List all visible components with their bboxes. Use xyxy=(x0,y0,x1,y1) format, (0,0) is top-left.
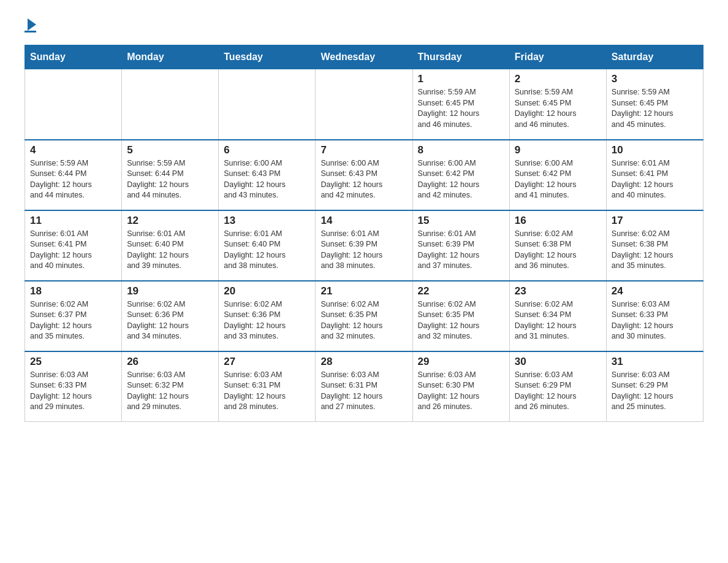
week-row-2: 4Sunrise: 5:59 AM Sunset: 6:44 PM Daylig… xyxy=(25,140,703,210)
day-cell: 10Sunrise: 6:01 AM Sunset: 6:41 PM Dayli… xyxy=(606,140,703,210)
day-info: Sunrise: 5:59 AM Sunset: 6:45 PM Dayligh… xyxy=(418,87,504,130)
day-cell: 20Sunrise: 6:02 AM Sunset: 6:36 PM Dayli… xyxy=(219,281,316,351)
day-info: Sunrise: 6:00 AM Sunset: 6:43 PM Dayligh… xyxy=(320,158,407,201)
day-number: 16 xyxy=(515,215,601,227)
day-cell: 12Sunrise: 6:01 AM Sunset: 6:40 PM Dayli… xyxy=(122,210,219,281)
column-header-monday: Monday xyxy=(122,45,219,69)
day-info: Sunrise: 5:59 AM Sunset: 6:45 PM Dayligh… xyxy=(515,87,601,130)
day-number: 10 xyxy=(612,144,698,156)
day-number: 9 xyxy=(515,144,601,156)
day-number: 23 xyxy=(515,285,601,297)
day-info: Sunrise: 6:01 AM Sunset: 6:41 PM Dayligh… xyxy=(612,158,698,201)
day-number: 28 xyxy=(320,356,407,368)
column-header-wednesday: Wednesday xyxy=(316,45,412,69)
day-cell: 30Sunrise: 6:03 AM Sunset: 6:29 PM Dayli… xyxy=(509,351,606,422)
day-cell: 18Sunrise: 6:02 AM Sunset: 6:37 PM Dayli… xyxy=(25,281,122,351)
day-cell: 5Sunrise: 5:59 AM Sunset: 6:44 PM Daylig… xyxy=(122,140,219,210)
logo-arrow-icon xyxy=(28,18,36,31)
day-cell: 27Sunrise: 6:03 AM Sunset: 6:31 PM Dayli… xyxy=(219,351,316,422)
day-info: Sunrise: 6:02 AM Sunset: 6:38 PM Dayligh… xyxy=(612,229,698,272)
day-cell: 9Sunrise: 6:00 AM Sunset: 6:42 PM Daylig… xyxy=(509,140,606,210)
day-cell: 21Sunrise: 6:02 AM Sunset: 6:35 PM Dayli… xyxy=(316,281,412,351)
column-header-thursday: Thursday xyxy=(412,45,509,69)
day-cell xyxy=(219,69,316,140)
day-info: Sunrise: 6:03 AM Sunset: 6:29 PM Dayligh… xyxy=(612,370,698,413)
day-cell: 6Sunrise: 6:00 AM Sunset: 6:43 PM Daylig… xyxy=(219,140,316,210)
day-cell: 31Sunrise: 6:03 AM Sunset: 6:29 PM Dayli… xyxy=(606,351,703,422)
day-number: 5 xyxy=(127,144,213,156)
day-cell: 19Sunrise: 6:02 AM Sunset: 6:36 PM Dayli… xyxy=(122,281,219,351)
day-cell: 8Sunrise: 6:00 AM Sunset: 6:42 PM Daylig… xyxy=(412,140,509,210)
day-number: 31 xyxy=(612,356,698,368)
week-row-1: 1Sunrise: 5:59 AM Sunset: 6:45 PM Daylig… xyxy=(25,69,703,140)
day-cell: 22Sunrise: 6:02 AM Sunset: 6:35 PM Dayli… xyxy=(412,281,509,351)
day-info: Sunrise: 6:03 AM Sunset: 6:31 PM Dayligh… xyxy=(320,370,407,413)
day-cell: 3Sunrise: 5:59 AM Sunset: 6:45 PM Daylig… xyxy=(606,69,703,140)
day-info: Sunrise: 6:02 AM Sunset: 6:35 PM Dayligh… xyxy=(320,299,407,342)
day-info: Sunrise: 6:03 AM Sunset: 6:31 PM Dayligh… xyxy=(224,370,310,413)
day-info: Sunrise: 6:03 AM Sunset: 6:33 PM Dayligh… xyxy=(30,370,116,413)
day-info: Sunrise: 6:01 AM Sunset: 6:41 PM Dayligh… xyxy=(30,229,116,272)
day-info: Sunrise: 5:59 AM Sunset: 6:45 PM Dayligh… xyxy=(612,87,698,130)
day-info: Sunrise: 5:59 AM Sunset: 6:44 PM Dayligh… xyxy=(30,158,116,201)
day-cell: 16Sunrise: 6:02 AM Sunset: 6:38 PM Dayli… xyxy=(509,210,606,281)
logo xyxy=(25,18,36,33)
day-number: 6 xyxy=(224,144,310,156)
day-info: Sunrise: 6:01 AM Sunset: 6:39 PM Dayligh… xyxy=(418,229,504,272)
day-number: 27 xyxy=(224,356,310,368)
week-row-5: 25Sunrise: 6:03 AM Sunset: 6:33 PM Dayli… xyxy=(25,351,703,422)
day-number: 8 xyxy=(418,144,504,156)
day-number: 20 xyxy=(224,285,310,297)
day-cell: 13Sunrise: 6:01 AM Sunset: 6:40 PM Dayli… xyxy=(219,210,316,281)
day-cell: 17Sunrise: 6:02 AM Sunset: 6:38 PM Dayli… xyxy=(606,210,703,281)
day-info: Sunrise: 6:00 AM Sunset: 6:43 PM Dayligh… xyxy=(224,158,310,201)
day-info: Sunrise: 6:01 AM Sunset: 6:39 PM Dayligh… xyxy=(320,229,407,272)
calendar-table: SundayMondayTuesdayWednesdayThursdayFrid… xyxy=(25,45,703,422)
day-number: 22 xyxy=(418,285,504,297)
day-number: 29 xyxy=(418,356,504,368)
day-info: Sunrise: 6:02 AM Sunset: 6:34 PM Dayligh… xyxy=(515,299,601,342)
column-header-saturday: Saturday xyxy=(606,45,703,69)
week-row-4: 18Sunrise: 6:02 AM Sunset: 6:37 PM Dayli… xyxy=(25,281,703,351)
day-cell: 15Sunrise: 6:01 AM Sunset: 6:39 PM Dayli… xyxy=(412,210,509,281)
day-number: 17 xyxy=(612,215,698,227)
day-info: Sunrise: 6:03 AM Sunset: 6:29 PM Dayligh… xyxy=(515,370,601,413)
column-header-friday: Friday xyxy=(509,45,606,69)
page-header xyxy=(25,18,703,33)
day-number: 1 xyxy=(418,73,504,85)
day-cell: 29Sunrise: 6:03 AM Sunset: 6:30 PM Dayli… xyxy=(412,351,509,422)
day-info: Sunrise: 6:01 AM Sunset: 6:40 PM Dayligh… xyxy=(127,229,213,272)
day-cell: 25Sunrise: 6:03 AM Sunset: 6:33 PM Dayli… xyxy=(25,351,122,422)
logo-line2 xyxy=(25,31,36,33)
day-info: Sunrise: 6:02 AM Sunset: 6:37 PM Dayligh… xyxy=(30,299,116,342)
day-number: 18 xyxy=(30,285,116,297)
column-header-tuesday: Tuesday xyxy=(219,45,316,69)
day-info: Sunrise: 6:02 AM Sunset: 6:36 PM Dayligh… xyxy=(224,299,310,342)
week-row-3: 11Sunrise: 6:01 AM Sunset: 6:41 PM Dayli… xyxy=(25,210,703,281)
day-cell: 14Sunrise: 6:01 AM Sunset: 6:39 PM Dayli… xyxy=(316,210,412,281)
day-cell: 26Sunrise: 6:03 AM Sunset: 6:32 PM Dayli… xyxy=(122,351,219,422)
day-number: 2 xyxy=(515,73,601,85)
day-info: Sunrise: 6:01 AM Sunset: 6:40 PM Dayligh… xyxy=(224,229,310,272)
day-cell: 24Sunrise: 6:03 AM Sunset: 6:33 PM Dayli… xyxy=(606,281,703,351)
day-cell: 11Sunrise: 6:01 AM Sunset: 6:41 PM Dayli… xyxy=(25,210,122,281)
day-cell: 23Sunrise: 6:02 AM Sunset: 6:34 PM Dayli… xyxy=(509,281,606,351)
day-number: 26 xyxy=(127,356,213,368)
day-number: 14 xyxy=(320,215,407,227)
day-cell xyxy=(122,69,219,140)
day-info: Sunrise: 5:59 AM Sunset: 6:44 PM Dayligh… xyxy=(127,158,213,201)
day-number: 21 xyxy=(320,285,407,297)
day-number: 25 xyxy=(30,356,116,368)
day-number: 24 xyxy=(612,285,698,297)
day-number: 30 xyxy=(515,356,601,368)
day-cell: 2Sunrise: 5:59 AM Sunset: 6:45 PM Daylig… xyxy=(509,69,606,140)
logo-line1 xyxy=(25,18,36,32)
day-info: Sunrise: 6:02 AM Sunset: 6:35 PM Dayligh… xyxy=(418,299,504,342)
day-number: 15 xyxy=(418,215,504,227)
day-number: 11 xyxy=(30,215,116,227)
day-number: 13 xyxy=(224,215,310,227)
day-cell xyxy=(316,69,412,140)
day-info: Sunrise: 6:02 AM Sunset: 6:36 PM Dayligh… xyxy=(127,299,213,342)
day-cell: 1Sunrise: 5:59 AM Sunset: 6:45 PM Daylig… xyxy=(412,69,509,140)
day-info: Sunrise: 6:03 AM Sunset: 6:32 PM Dayligh… xyxy=(127,370,213,413)
